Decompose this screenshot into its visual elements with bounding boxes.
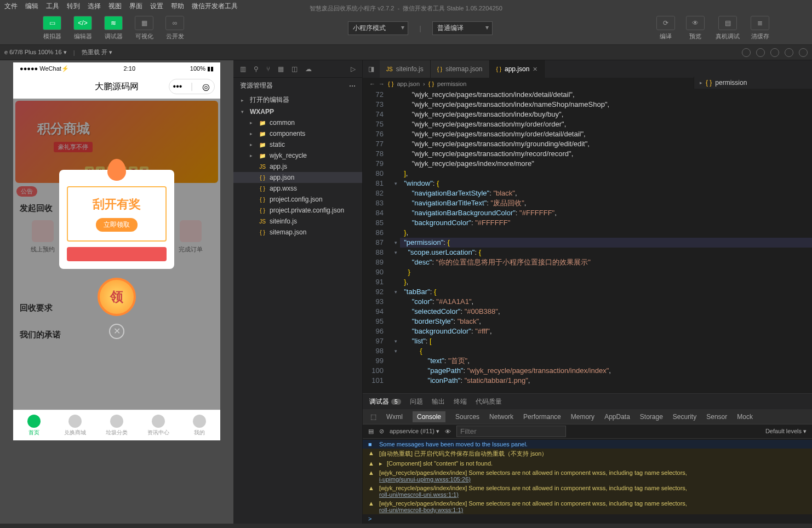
compile-button[interactable]: ⟳编译 — [652, 14, 679, 43]
popup-claim-button[interactable]: 立即领取 — [96, 218, 138, 232]
console-filter-input[interactable] — [456, 426, 566, 437]
more-icon[interactable]: ⋯ — [349, 82, 356, 90]
tree-item[interactable]: ▸📁static — [233, 139, 362, 150]
files-icon[interactable]: ▥ — [240, 65, 246, 73]
remote-debug-button[interactable]: ▤真机调试 — [711, 14, 744, 43]
menu-file[interactable]: 文件 — [4, 2, 18, 11]
tree-item[interactable]: ▸📁wjyk_recycle — [233, 150, 362, 161]
run-icon[interactable]: ▷ — [351, 65, 356, 73]
code-editor[interactable]: 7273747576777879808182838485868788899091… — [363, 90, 812, 393]
menu-settings[interactable]: 设置 — [150, 2, 163, 11]
devtools-memory[interactable]: Memory — [571, 413, 594, 421]
search-icon[interactable]: ⚲ — [254, 65, 259, 73]
ext-icon[interactable]: ◫ — [291, 65, 298, 73]
tree-item[interactable]: { }app.json — [233, 172, 362, 183]
preview-button[interactable]: 👁预览 — [682, 14, 709, 43]
editor-button[interactable]: </>编辑器 — [69, 14, 96, 43]
menu-devtools[interactable]: 微信开发者工具 — [192, 2, 238, 11]
tree-item[interactable]: { }project.private.config.json — [233, 205, 362, 216]
menu-goto[interactable]: 转到 — [67, 2, 80, 11]
tree-item[interactable]: { }sitemap.json — [233, 227, 362, 238]
cloud-button[interactable]: ∞云开发 — [161, 14, 188, 43]
tab-recycle[interactable]: 垃圾分类 — [96, 410, 138, 440]
editor-tab[interactable]: { }app.json✕ — [490, 60, 545, 78]
ext-icon[interactable]: ▦ — [278, 65, 284, 73]
eye-icon[interactable]: 👁 — [445, 428, 451, 435]
tab-news[interactable]: 资讯中心 — [138, 410, 179, 440]
popup-coin[interactable]: 领 — [98, 278, 136, 316]
tree-item[interactable]: ▾WXAPP — [233, 106, 362, 117]
tree-item[interactable]: ▸打开的编辑器 — [233, 94, 362, 106]
debugger-button[interactable]: ≋调试器 — [100, 14, 127, 43]
ext-icon[interactable]: ☁ — [305, 65, 312, 73]
simulator-button[interactable]: ▭模拟器 — [38, 14, 66, 43]
warning-icon: ▲ — [368, 460, 375, 467]
log-line: ▲[wjyk_recycle/pages/index/index] Some s… — [363, 499, 812, 514]
tab-home[interactable]: 首页 — [13, 410, 55, 440]
menu-select[interactable]: 选择 — [88, 2, 101, 11]
tree-item[interactable]: JSsiteinfo.js — [233, 216, 362, 227]
tab-terminal[interactable]: 终端 — [454, 397, 467, 406]
menu-edit[interactable]: 编辑 — [25, 2, 38, 11]
devtools-mock[interactable]: Mock — [737, 413, 753, 421]
tree-item[interactable]: ▸📁common — [233, 117, 362, 128]
recycle-icon — [110, 415, 123, 428]
split-right-icon[interactable]: ◨ — [368, 65, 374, 73]
outline-item[interactable]: ▸{ }permission — [694, 77, 812, 89]
tab-mall[interactable]: 兑换商城 — [55, 410, 96, 440]
devtools-sensor[interactable]: Sensor — [706, 413, 727, 421]
action-icon[interactable] — [785, 48, 793, 57]
action-icon[interactable] — [799, 48, 808, 57]
tab-problems[interactable]: 问题 — [410, 397, 423, 406]
menu-ui[interactable]: 界面 — [129, 2, 142, 11]
stack-icon: ≣ — [751, 16, 769, 30]
compile-mode-select[interactable]: 普通编译 — [432, 21, 493, 35]
devtools-storage[interactable]: Storage — [640, 413, 663, 421]
devtools-wxml[interactable]: Wxml — [386, 413, 403, 421]
menu-view[interactable]: 视图 — [108, 2, 122, 11]
news-icon — [152, 415, 165, 428]
tab-mine[interactable]: 我的 — [179, 410, 220, 440]
arrow-right-icon[interactable]: → — [379, 81, 385, 87]
tree-item[interactable]: JSapp.js — [233, 161, 362, 172]
menu-help[interactable]: 帮助 — [171, 2, 184, 11]
tree-item[interactable]: ▸📁components — [233, 128, 362, 139]
tab-quality[interactable]: 代码质量 — [476, 397, 502, 406]
action-icon[interactable] — [742, 48, 751, 57]
editor-tab[interactable]: { }sitemap.json — [431, 60, 490, 78]
tab-output[interactable]: 输出 — [432, 397, 445, 406]
hotreload-toggle[interactable]: 热重载 开 ▾ — [82, 48, 112, 56]
devtools-appdata[interactable]: AppData — [604, 413, 630, 421]
tree-item[interactable]: { }app.wxss — [233, 183, 362, 194]
clear-console-icon[interactable]: ⊘ — [379, 428, 384, 435]
git-icon[interactable]: ⑂ — [266, 65, 270, 73]
menu-tool[interactable]: 工具 — [46, 2, 59, 11]
action-icon[interactable] — [770, 48, 779, 57]
action-icon[interactable] — [756, 48, 765, 57]
devtools-network[interactable]: Network — [489, 413, 513, 421]
devtools-sources[interactable]: Sources — [455, 413, 479, 421]
devtools-console[interactable]: Console — [413, 411, 445, 422]
device-select[interactable]: e 6/7/8 Plus 100% 16 ▾ — [4, 49, 67, 56]
sidebar-toggle-icon[interactable]: ▤ — [368, 428, 374, 435]
popup-close-button[interactable]: ✕ — [109, 324, 124, 339]
inspect-icon[interactable]: ⬚ — [370, 413, 376, 421]
devtools-performance[interactable]: Performance — [523, 413, 561, 421]
capsule-close[interactable]: ◎ — [199, 81, 213, 93]
editor-tab[interactable]: JSsiteinfo.js — [380, 60, 431, 78]
tree-item[interactable]: { }project.config.json — [233, 194, 362, 205]
popup-overlay[interactable]: 刮开有奖 立即领取 领 ✕ — [13, 99, 220, 410]
arrow-left-icon[interactable]: ← — [369, 81, 375, 87]
window-title: 智慧废品回收系统小程序 v2.7.2 - 微信开发者工具 Stable 1.05… — [310, 4, 502, 13]
console-log[interactable]: ■Some messages have been moved to the Is… — [363, 439, 812, 524]
visual-button[interactable]: ▦可视化 — [130, 14, 158, 43]
close-icon[interactable]: ✕ — [533, 66, 537, 73]
capsule-menu[interactable]: ••• — [170, 81, 185, 93]
context-select[interactable]: appservice (#11) ▾ — [390, 428, 439, 435]
log-line: ▲[自动热重载] 已开启代码文件保存后自动热重载（不支持 json） — [363, 449, 812, 459]
tab-debugger[interactable]: 调试器5 — [369, 397, 401, 406]
mode-select[interactable]: 小程序模式 — [348, 21, 408, 35]
log-levels-select[interactable]: Default levels ▾ — [765, 428, 807, 435]
devtools-security[interactable]: Security — [673, 413, 696, 421]
clear-cache-button[interactable]: ≣清缓存 — [746, 14, 774, 43]
